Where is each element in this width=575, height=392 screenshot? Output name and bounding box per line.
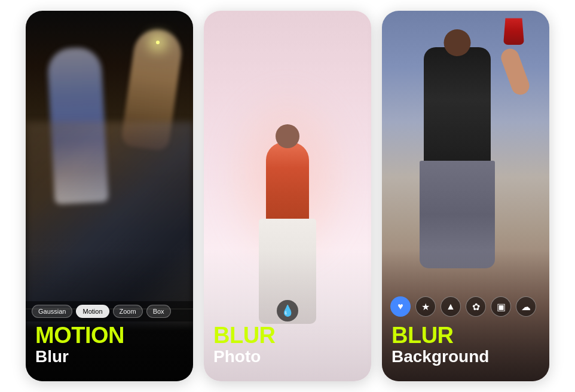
card-motion-blur[interactable]: Gaussian Motion Zoom Box MOTION Blur — [26, 11, 193, 381]
card-2-subtitle: Photo — [213, 347, 362, 367]
card-blur-background[interactable]: ♥ ★ ▲ ✿ ▣ ☁ BLUR Background — [382, 11, 549, 381]
icon-cloud[interactable]: ☁ — [516, 296, 536, 317]
card-1-subtitle: Blur — [35, 347, 183, 367]
icon-star[interactable]: ★ — [415, 296, 436, 317]
card-3-subtitle: Background — [392, 347, 540, 367]
icon-heart[interactable]: ♥ — [390, 296, 411, 317]
card-3-figure-head — [444, 29, 471, 56]
card-2-title: BLUR — [213, 324, 362, 347]
cards-container: Gaussian Motion Zoom Box MOTION Blur 💧 B… — [14, 0, 561, 392]
card-3-title: BLUR — [392, 324, 540, 347]
icon-gamepad[interactable]: ✿ — [466, 296, 486, 317]
card-1-title: MOTION — [35, 324, 183, 347]
card-2-labels: BLUR Photo — [204, 314, 371, 381]
card-3-labels: BLUR Background — [382, 314, 549, 381]
card-blur-photo[interactable]: 💧 BLUR Photo — [204, 11, 371, 381]
card-1-streetlight — [156, 41, 160, 44]
card-2-figure-head — [276, 124, 299, 148]
card-3-figure-main — [415, 29, 499, 268]
icon-triangle[interactable]: ▲ — [441, 296, 461, 317]
card-1-labels: MOTION Blur — [26, 314, 193, 381]
icon-square[interactable]: ▣ — [491, 296, 511, 317]
card-3-red-cup — [503, 18, 524, 45]
